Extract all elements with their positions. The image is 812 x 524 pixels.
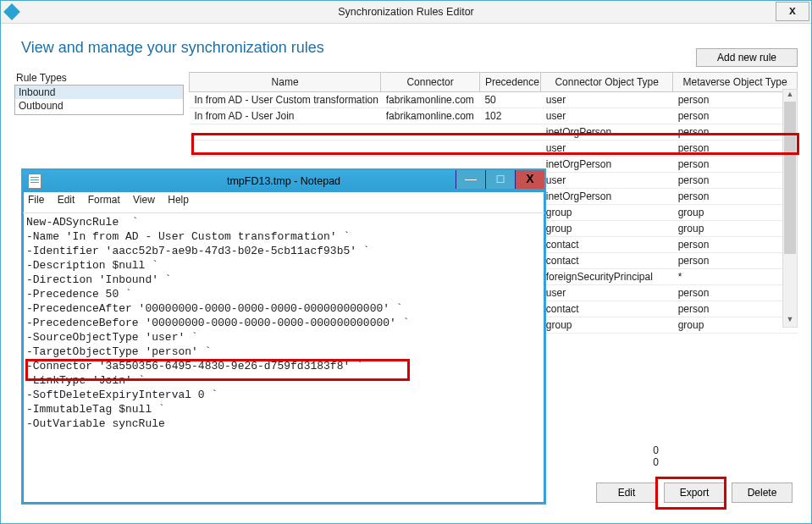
rule-type-inbound[interactable]: Inbound xyxy=(15,85,183,99)
cell-cot: user xyxy=(541,92,673,108)
sync-rules-editor-window: Synchronization Rules Editor x View and … xyxy=(0,0,812,524)
cell-mot: person xyxy=(673,173,798,189)
notepad-window[interactable]: tmpFD13.tmp - Notepad — □ X File Edit Fo… xyxy=(21,168,546,505)
cell-connector: fabrikamonline.com xyxy=(381,92,480,108)
notepad-menu-bar[interactable]: File Edit Format View Help xyxy=(23,192,544,213)
cell-connector: fabrikamonline.com xyxy=(381,108,480,124)
window-close-button[interactable]: x xyxy=(776,2,809,21)
notepad-close-button[interactable]: X xyxy=(515,170,544,189)
cell-connector xyxy=(381,141,480,157)
cell-cot: group xyxy=(541,205,673,221)
notepad-window-controls: — □ X xyxy=(456,170,544,189)
table-row[interactable]: userperson xyxy=(190,141,798,157)
col-precedence[interactable]: Precedence xyxy=(479,73,540,92)
cell-mot: person xyxy=(673,108,798,124)
notepad-body: New-ADSyncRule ` -Name 'In from AD - Use… xyxy=(23,213,544,503)
table-row[interactable]: In from AD - User Custom transformationf… xyxy=(190,92,798,108)
cell-mot: person xyxy=(673,92,798,108)
cell-cot: inetOrgPerson xyxy=(541,124,673,141)
add-new-rule-button[interactable]: Add new rule xyxy=(696,48,798,67)
cell-prec xyxy=(479,141,540,157)
menu-edit[interactable]: Edit xyxy=(58,194,75,206)
menu-help[interactable]: Help xyxy=(168,194,189,206)
cell-cot: contact xyxy=(541,237,673,253)
col-mot[interactable]: Metaverse Object Type xyxy=(673,73,798,92)
cell-mot: person xyxy=(673,237,798,253)
notepad-titlebar[interactable]: tmpFD13.tmp - Notepad — □ X xyxy=(23,170,544,192)
cell-mot: * xyxy=(673,269,798,285)
col-connector[interactable]: Connector xyxy=(381,73,480,92)
cell-mot: person xyxy=(673,124,798,141)
scroll-down-icon[interactable]: ▼ xyxy=(783,315,797,327)
cell-name xyxy=(190,124,381,141)
cell-mot: person xyxy=(673,157,798,173)
grid-header-row: Name Connector Precedence Connector Obje… xyxy=(190,73,798,92)
delete-button[interactable]: Delete xyxy=(732,483,793,503)
cell-connector xyxy=(381,124,480,141)
bottom-buttons: Edit Export Delete xyxy=(596,483,793,503)
menu-format[interactable]: Format xyxy=(88,194,120,206)
col-cot[interactable]: Connector Object Type xyxy=(541,73,673,92)
cell-name xyxy=(190,141,381,157)
cell-cot: contact xyxy=(541,253,673,269)
cell-cot: user xyxy=(541,141,673,157)
cell-mot: group xyxy=(673,317,798,334)
cell-cot: user xyxy=(541,173,673,189)
cell-cot: foreignSecurityPrincipal xyxy=(541,269,673,285)
cell-cot: user xyxy=(541,108,673,124)
edit-button[interactable]: Edit xyxy=(596,483,657,503)
cell-mot: person xyxy=(673,285,798,301)
cell-cot: inetOrgPerson xyxy=(541,157,673,173)
cell-mot: person xyxy=(673,301,798,317)
rule-types-list[interactable]: Inbound Outbound xyxy=(14,85,184,115)
page-title: View and manage your synchronization rul… xyxy=(1,24,811,65)
notepad-maximize-button[interactable]: □ xyxy=(485,170,515,189)
cell-prec xyxy=(479,124,540,141)
cell-cot: contact xyxy=(541,301,673,317)
scroll-thumb[interactable] xyxy=(784,102,796,254)
notepad-text-area[interactable]: New-ADSyncRule ` -Name 'In from AD - Use… xyxy=(23,213,544,503)
cell-name: In from AD - User Custom transformation xyxy=(190,92,381,108)
window-title: Synchronization Rules Editor xyxy=(1,6,811,18)
cell-cot: group xyxy=(541,317,673,334)
col-name[interactable]: Name xyxy=(190,73,381,92)
table-row[interactable]: inetOrgPersonperson xyxy=(190,124,798,141)
menu-view[interactable]: View xyxy=(133,194,155,206)
cell-cot: user xyxy=(541,285,673,301)
cell-mot: group xyxy=(673,221,798,237)
menu-file[interactable]: File xyxy=(28,194,44,206)
table-row[interactable]: In from AD - User Joinfabrikamonline.com… xyxy=(190,108,798,124)
notepad-minimize-button[interactable]: — xyxy=(456,170,485,189)
counter-a: 0 xyxy=(608,444,659,456)
cell-mot: person xyxy=(673,141,798,157)
cell-mot: group xyxy=(673,205,798,221)
main-titlebar: Synchronization Rules Editor x xyxy=(1,1,811,24)
cell-mot: person xyxy=(673,189,798,205)
export-button[interactable]: Export xyxy=(664,483,725,503)
cell-cot: group xyxy=(541,221,673,237)
counters: 0 0 xyxy=(608,444,659,468)
cell-cot: inetOrgPerson xyxy=(541,189,673,205)
grid-scrollbar[interactable]: ▲ ▼ xyxy=(782,89,798,328)
rule-types-label: Rule Types xyxy=(16,72,184,84)
cell-prec: 50 xyxy=(479,92,540,108)
scroll-up-icon[interactable]: ▲ xyxy=(783,90,797,102)
cell-name: In from AD - User Join xyxy=(190,108,381,124)
rule-type-outbound[interactable]: Outbound xyxy=(15,99,183,113)
cell-mot: person xyxy=(673,253,798,269)
counter-b: 0 xyxy=(608,456,659,468)
cell-prec: 102 xyxy=(479,108,540,124)
